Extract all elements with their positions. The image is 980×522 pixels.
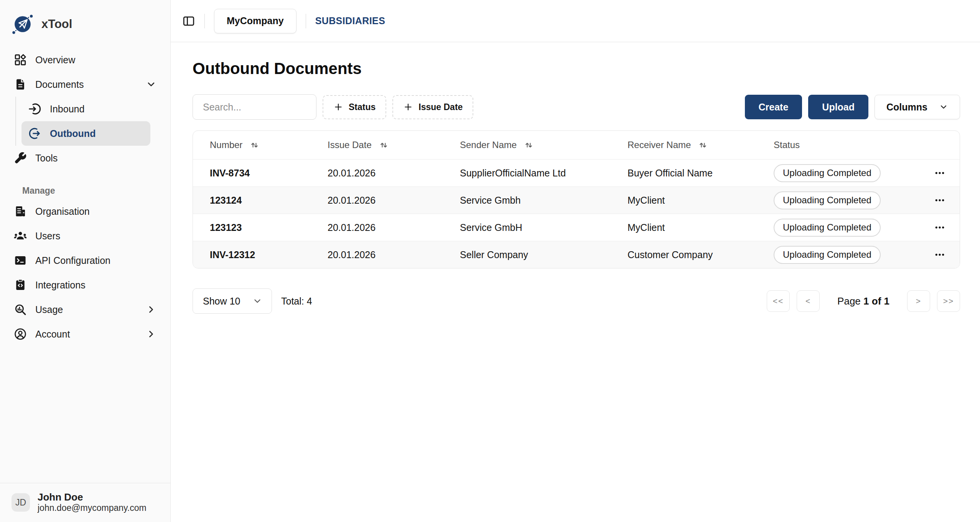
avatar: JD — [12, 493, 30, 512]
last-page-button[interactable]: >> — [937, 290, 960, 312]
sidebar-item-usage[interactable]: Usage — [8, 297, 162, 322]
sidebar-item-organisation[interactable]: Organisation — [8, 199, 162, 224]
sidebar-item-api-configuration[interactable]: API Configuration — [8, 248, 162, 273]
search-input[interactable] — [193, 94, 316, 120]
columns-dropdown-button[interactable]: Columns — [875, 95, 960, 119]
sidebar-item-label: Tools — [35, 153, 58, 164]
create-button[interactable]: Create — [745, 95, 802, 119]
user-circle-icon — [14, 328, 27, 341]
cell-number: INV-8734 — [210, 168, 328, 179]
panel-left-icon — [182, 15, 195, 28]
company-switcher-button[interactable]: MyCompany — [214, 9, 296, 33]
cell-receiver-name: MyClient — [628, 222, 774, 233]
cell-receiver-name: MyClient — [628, 195, 774, 206]
status-badge: Uploading Completed — [774, 164, 881, 182]
cell-sender-name: SupplierOfficialName Ltd — [460, 168, 628, 179]
row-actions-button[interactable] — [934, 249, 946, 261]
page-size-label: Show 10 — [203, 296, 240, 307]
sort-icon — [249, 140, 260, 150]
sidebar-item-label: Users — [35, 231, 60, 242]
sidebar-item-outbound[interactable]: Outbound — [21, 121, 150, 146]
manage-section-label: Manage — [8, 186, 162, 196]
column-header-status: Status — [774, 140, 934, 150]
sort-icon — [524, 140, 534, 150]
app-name: xTool — [41, 17, 72, 31]
sidebar-item-account[interactable]: Account — [8, 322, 162, 346]
sort-icon — [698, 140, 708, 150]
first-page-button[interactable]: << — [767, 290, 790, 312]
status-badge: Uploading Completed — [774, 246, 881, 264]
table-header-row: Number Issue Date Sender Name Receiver N… — [193, 131, 960, 159]
table-row[interactable]: INV-8734 20.01.2026 SupplierOfficialName… — [193, 159, 960, 186]
ellipsis-icon — [934, 167, 945, 179]
paper-plane-logo-icon — [12, 13, 34, 35]
cell-sender-name: Service Gmbh — [460, 195, 628, 206]
row-actions-button[interactable] — [934, 221, 946, 234]
cell-receiver-name: Customer Company — [628, 249, 774, 260]
ellipsis-icon — [934, 249, 945, 260]
chevron-right-icon — [146, 329, 156, 339]
plus-icon — [333, 102, 343, 112]
sidebar-item-tools[interactable]: Tools — [8, 146, 162, 170]
ellipsis-icon — [934, 222, 945, 233]
cell-sender-name: Service GmbH — [460, 222, 628, 233]
divider — [204, 14, 205, 28]
columns-label: Columns — [886, 102, 927, 113]
total-count: Total: 4 — [281, 296, 312, 307]
table-row[interactable]: INV-12312 20.01.2026 Seller Company Cust… — [193, 241, 960, 268]
chevron-down-icon — [252, 296, 262, 306]
column-header-sender-name[interactable]: Sender Name — [460, 140, 628, 150]
grid-dashboard-icon — [14, 53, 27, 66]
sidebar-item-label: API Configuration — [35, 255, 110, 266]
building-icon — [14, 205, 27, 218]
topbar: MyCompany SUBSIDIARIES — [171, 0, 980, 42]
row-actions-button[interactable] — [934, 167, 946, 179]
column-header-issue-date[interactable]: Issue Date — [328, 140, 460, 150]
sort-icon — [379, 140, 389, 150]
documents-subnav: Inbound Outbound — [15, 97, 162, 146]
sidebar-item-documents[interactable]: Documents — [8, 72, 162, 97]
cell-receiver-name: Buyer Official Name — [628, 168, 774, 179]
sidebar-item-overview[interactable]: Overview — [8, 48, 162, 72]
main-area: MyCompany SUBSIDIARIES Outbound Document… — [171, 0, 980, 522]
content: Outbound Documents Status Issue Date Cre… — [171, 42, 980, 522]
page-value: 1 of 1 — [863, 295, 889, 307]
chevron-down-icon — [939, 102, 948, 112]
toolbar: Status Issue Date Create Upload Columns — [193, 94, 960, 120]
page-indicator: Page 1 of 1 — [837, 295, 889, 307]
status-filter-button[interactable]: Status — [323, 95, 386, 119]
table-body: INV-8734 20.01.2026 SupplierOfficialName… — [193, 159, 960, 268]
users-icon — [14, 229, 27, 242]
sidebar-item-inbound[interactable]: Inbound — [21, 97, 150, 121]
cell-issue-date: 20.01.2026 — [328, 195, 460, 206]
user-email: john.doe@mycompany.com — [38, 503, 147, 514]
arrow-in-circle-icon — [28, 102, 41, 115]
sidebar-item-label: Organisation — [35, 206, 90, 217]
cell-issue-date: 20.01.2026 — [328, 168, 460, 179]
column-header-receiver-name[interactable]: Receiver Name — [628, 140, 774, 150]
table-footer: Show 10 Total: 4 << < Page 1 of 1 > >> — [193, 288, 960, 314]
sidebar-toggle-button[interactable] — [182, 15, 195, 28]
app-logo: xTool — [0, 0, 170, 46]
previous-page-button[interactable]: < — [797, 290, 820, 312]
upload-button[interactable]: Upload — [808, 95, 868, 119]
row-actions-button[interactable] — [934, 194, 946, 206]
page-title: Outbound Documents — [193, 61, 960, 77]
issue-date-filter-button[interactable]: Issue Date — [392, 95, 473, 119]
divider — [306, 14, 306, 28]
table-row[interactable]: 123123 20.01.2026 Service GmbH MyClient … — [193, 214, 960, 241]
sidebar-item-label: Documents — [35, 79, 84, 90]
table-row[interactable]: 123124 20.01.2026 Service Gmbh MyClient … — [193, 186, 960, 214]
user-profile[interactable]: JD John Doe john.doe@mycompany.com — [0, 483, 170, 522]
subsidiaries-link[interactable]: SUBSIDIARIES — [315, 15, 385, 26]
sidebar-item-label: Usage — [35, 304, 63, 315]
chevron-right-icon — [146, 304, 156, 315]
sidebar-item-integrations[interactable]: Integrations — [8, 273, 162, 297]
cell-number: 123123 — [210, 222, 328, 233]
sidebar-item-users[interactable]: Users — [8, 224, 162, 248]
terminal-icon — [14, 254, 27, 267]
next-page-button[interactable]: > — [907, 290, 930, 312]
column-header-number[interactable]: Number — [210, 140, 328, 150]
chevron-down-icon — [146, 79, 156, 90]
page-size-select[interactable]: Show 10 — [193, 288, 272, 314]
